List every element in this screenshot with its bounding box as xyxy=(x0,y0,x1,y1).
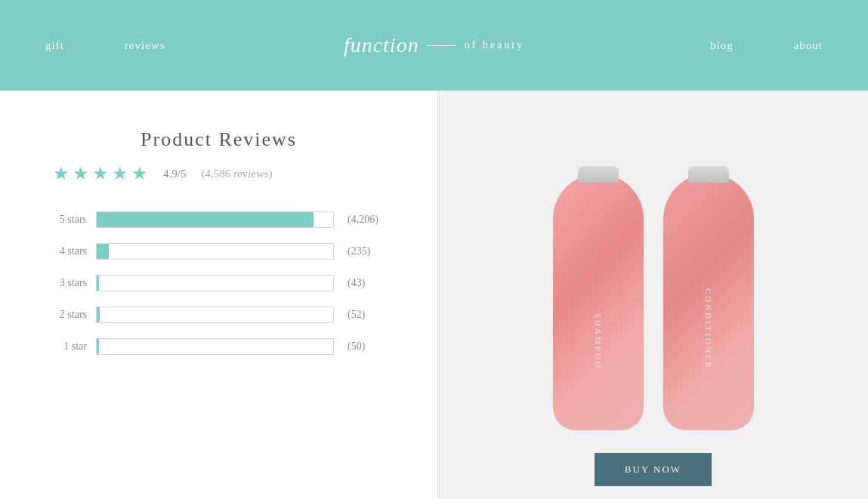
bar-row-2[interactable]: 2 stars(52) xyxy=(45,306,392,323)
conditioner-bottle: Conditioner xyxy=(663,174,754,430)
reviews-panel: Product Reviews ★ ★ ★ ★ ★ 4.9/5 (4,586 r… xyxy=(0,91,438,499)
bar-count-1: (235) xyxy=(348,245,370,257)
bar-track-0[interactable] xyxy=(96,211,334,228)
nav-blog[interactable]: blog xyxy=(710,39,734,52)
brand-of-beauty-text: of beauty xyxy=(465,39,524,51)
bar-row-4[interactable]: 4 stars(235) xyxy=(45,243,392,260)
buy-now-button[interactable]: BUY NOW xyxy=(595,453,712,486)
brand-logo[interactable]: function of beauty xyxy=(344,33,524,57)
bar-label-0: 5 stars xyxy=(45,214,87,226)
rating-number: 4.9/5 xyxy=(163,168,186,180)
product-panel: Shampoo Conditioner BUY NOW xyxy=(438,91,868,499)
nav-reviews[interactable]: reviews xyxy=(125,39,165,52)
main-content: Product Reviews ★ ★ ★ ★ ★ 4.9/5 (4,586 r… xyxy=(0,91,868,499)
nav-gift[interactable]: gift xyxy=(45,39,64,52)
star-2: ★ xyxy=(73,163,89,184)
brand-divider xyxy=(427,45,457,46)
product-image-area: Shampoo Conditioner xyxy=(453,113,853,438)
section-title: Product Reviews xyxy=(45,128,392,151)
shampoo-bottle: Shampoo xyxy=(553,174,644,430)
review-count: (4,586 reviews) xyxy=(201,168,272,180)
bar-fill-3 xyxy=(97,307,100,322)
conditioner-label: Conditioner xyxy=(704,288,713,370)
bar-row-5[interactable]: 5 stars(4,206) xyxy=(45,211,392,228)
bar-label-3: 2 stars xyxy=(45,309,87,321)
bar-track-2[interactable] xyxy=(96,275,334,291)
conditioner-cap xyxy=(688,166,729,183)
bar-row-1[interactable]: 1 star(50) xyxy=(45,338,392,355)
bar-count-0: (4,206) xyxy=(348,214,378,226)
bar-fill-0 xyxy=(97,212,314,227)
stars-display: ★ ★ ★ ★ ★ xyxy=(53,163,148,184)
bar-track-3[interactable] xyxy=(96,306,334,323)
bar-label-1: 4 stars xyxy=(45,245,87,257)
bar-fill-2 xyxy=(97,276,99,291)
nav-right: blog about xyxy=(710,39,823,52)
main-nav: gift reviews function of beauty blog abo… xyxy=(0,0,868,91)
bars-section: 5 stars(4,206)4 stars(235)3 stars(43)2 s… xyxy=(45,211,392,355)
star-4: ★ xyxy=(112,163,128,184)
bar-label-4: 1 star xyxy=(45,340,87,353)
bottles-container: Shampoo Conditioner xyxy=(547,174,760,438)
shampoo-label: Shampoo xyxy=(594,313,603,370)
rating-summary: ★ ★ ★ ★ ★ 4.9/5 (4,586 reviews) xyxy=(45,163,392,184)
bar-count-2: (43) xyxy=(348,277,365,289)
bar-count-3: (52) xyxy=(348,309,365,321)
bar-count-4: (50) xyxy=(348,340,365,353)
nav-left: gift reviews xyxy=(45,39,165,52)
bar-track-1[interactable] xyxy=(96,243,334,260)
star-1: ★ xyxy=(53,163,70,184)
bar-fill-1 xyxy=(97,244,109,259)
nav-about[interactable]: about xyxy=(794,39,823,52)
brand-function-text: function xyxy=(344,33,419,57)
bar-track-4[interactable] xyxy=(96,338,334,355)
shampoo-cap xyxy=(578,166,619,183)
bar-label-2: 3 stars xyxy=(45,277,87,289)
star-3: ★ xyxy=(92,163,109,184)
bar-row-3[interactable]: 3 stars(43) xyxy=(45,275,392,291)
star-5: ★ xyxy=(131,163,148,184)
bar-fill-4 xyxy=(97,339,99,354)
